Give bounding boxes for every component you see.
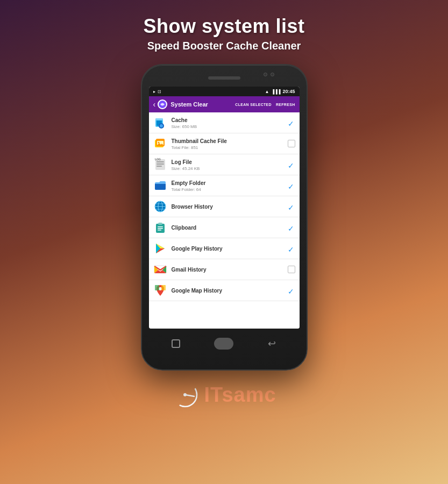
notification-icon: ▸ bbox=[153, 89, 155, 94]
refresh-button[interactable]: REFRESH bbox=[276, 103, 295, 106]
list-item[interactable]: Thumbnail Cache FileTotal File: 851 bbox=[149, 133, 300, 154]
list-item-name: Thumbnail Cache File bbox=[172, 138, 288, 145]
list-item[interactable]: Browser History✓ bbox=[149, 196, 300, 217]
list-item-text: Google Map History bbox=[172, 287, 288, 294]
app-icon bbox=[158, 99, 167, 109]
svg-point-6 bbox=[160, 124, 163, 127]
list-item-name: Gmail History bbox=[172, 266, 288, 273]
system-list: CacheSize: 650 MB✓ Thumbnail Cache FileT… bbox=[149, 112, 300, 329]
list-item-checkbox[interactable] bbox=[288, 140, 295, 147]
footer: ITsamc bbox=[172, 381, 276, 408]
icon-browser bbox=[153, 200, 167, 213]
list-item[interactable]: Empty FolderTotal Folder: 64✓ bbox=[149, 175, 300, 196]
list-item-detail: Size: 45.24 KB bbox=[172, 166, 288, 171]
list-item[interactable]: Google Play History✓ bbox=[149, 238, 300, 259]
list-item-name: Clipboard bbox=[172, 224, 288, 231]
action-bar: ‹ System Clear CLEAN SELECTED REFRESH bbox=[149, 96, 300, 112]
status-time: 20:45 bbox=[282, 89, 295, 94]
svg-text:LOG: LOG bbox=[155, 158, 161, 161]
list-item-detail: Size: 650 MB bbox=[172, 124, 288, 129]
svg-rect-29 bbox=[155, 285, 159, 290]
icon-googleplay bbox=[153, 241, 167, 255]
icon-log: LOG bbox=[153, 158, 167, 172]
svg-rect-26 bbox=[158, 230, 161, 231]
checkbox-unchecked-icon bbox=[288, 140, 295, 147]
screenshot-icon: ⊡ bbox=[158, 89, 161, 94]
list-item-checkbox[interactable]: ✓ bbox=[288, 161, 295, 168]
list-item-name: Google Play History bbox=[172, 245, 288, 252]
svg-point-33 bbox=[183, 393, 187, 396]
svg-rect-12 bbox=[157, 161, 164, 162]
list-item-name: Cache bbox=[172, 117, 288, 124]
list-item[interactable]: Google Map History✓ bbox=[149, 280, 300, 301]
checkbox-unchecked-icon bbox=[288, 266, 295, 273]
camera-dot-2 bbox=[271, 73, 274, 76]
phone-top bbox=[142, 65, 307, 87]
back-button[interactable]: ‹ bbox=[153, 100, 156, 109]
status-bar-right: ▲ ▐▐▐ 20:45 bbox=[265, 89, 295, 94]
svg-rect-23 bbox=[158, 223, 162, 225]
icon-cache bbox=[153, 116, 167, 130]
status-bar: ▸ ⊡ ▲ ▐▐▐ 20:45 bbox=[149, 87, 300, 96]
brand-rest: samc bbox=[222, 383, 276, 406]
list-item-checkbox[interactable]: ✓ bbox=[288, 182, 295, 189]
list-item-checkbox[interactable]: ✓ bbox=[288, 245, 295, 252]
list-item-checkbox[interactable]: ✓ bbox=[288, 203, 295, 210]
list-item-checkbox[interactable]: ✓ bbox=[288, 224, 295, 231]
icon-clipboard bbox=[153, 220, 167, 234]
action-bar-actions: CLEAN SELECTED REFRESH bbox=[235, 103, 295, 106]
list-item-text: CacheSize: 650 MB bbox=[172, 117, 288, 129]
page-header: Show system list Speed Booster Cache Cle… bbox=[143, 15, 304, 52]
svg-rect-30 bbox=[161, 285, 166, 290]
list-item-checkbox[interactable]: ✓ bbox=[288, 287, 295, 294]
recent-apps-button[interactable] bbox=[167, 338, 184, 350]
list-item[interactable]: Gmail History bbox=[149, 259, 300, 280]
list-item-detail: Total File: 851 bbox=[172, 145, 288, 150]
svg-rect-13 bbox=[157, 163, 164, 165]
list-item-text: Clipboard bbox=[172, 224, 288, 231]
list-item-text: Log FileSize: 45.24 KB bbox=[172, 159, 288, 171]
list-item-name: Log File bbox=[172, 159, 288, 166]
list-item-name: Google Map History bbox=[172, 287, 288, 294]
list-item-detail: Total Folder: 64 bbox=[172, 187, 288, 192]
svg-rect-14 bbox=[157, 166, 162, 167]
list-item-text: Gmail History bbox=[172, 266, 288, 273]
page-subtitle: Speed Booster Cache Cleaner bbox=[143, 40, 304, 52]
footer-logo bbox=[172, 381, 198, 408]
signal-icon: ▐▐▐ bbox=[271, 89, 280, 94]
home-button[interactable] bbox=[214, 338, 233, 350]
list-item-text: Browser History bbox=[172, 203, 288, 210]
camera-dot-1 bbox=[264, 73, 267, 76]
clean-selected-button[interactable]: CLEAN SELECTED bbox=[235, 103, 272, 106]
wifi-icon: ▲ bbox=[265, 89, 269, 94]
svg-rect-4 bbox=[155, 118, 163, 120]
icon-thumbnail bbox=[153, 137, 167, 151]
list-item[interactable]: LOG Log FileSize: 45.24 KB✓ bbox=[149, 154, 300, 175]
svg-rect-24 bbox=[158, 226, 163, 227]
list-item-text: Empty FolderTotal Folder: 64 bbox=[172, 180, 288, 192]
phone-speaker bbox=[208, 76, 240, 80]
back-nav-icon: ↩ bbox=[268, 338, 276, 350]
phone-device: ▸ ⊡ ▲ ▐▐▐ 20:45 ‹ System Clear C bbox=[141, 64, 308, 371]
page-title: Show system list bbox=[143, 15, 304, 38]
icon-googlemap bbox=[153, 283, 167, 297]
list-item[interactable]: CacheSize: 650 MB✓ bbox=[149, 112, 300, 133]
svg-rect-25 bbox=[158, 228, 163, 229]
back-nav-button[interactable]: ↩ bbox=[264, 338, 281, 350]
icon-folder bbox=[153, 179, 167, 193]
phone-screen: ▸ ⊡ ▲ ▐▐▐ 20:45 ‹ System Clear C bbox=[149, 87, 300, 329]
action-bar-title: System Clear bbox=[170, 101, 235, 108]
list-item-checkbox[interactable]: ✓ bbox=[288, 119, 295, 126]
icon-gmail bbox=[153, 262, 167, 276]
list-item-text: Thumbnail Cache FileTotal File: 851 bbox=[172, 138, 288, 150]
list-item-name: Browser History bbox=[172, 203, 288, 210]
brand-highlight: IT bbox=[204, 383, 222, 406]
phone-camera bbox=[264, 73, 274, 76]
list-item-checkbox[interactable] bbox=[288, 266, 295, 273]
brand-name: ITsamc bbox=[204, 383, 276, 407]
phone-bottom-nav: ↩ bbox=[142, 329, 307, 358]
list-item-name: Empty Folder bbox=[172, 180, 288, 187]
list-item-text: Google Play History bbox=[172, 245, 288, 252]
recent-apps-icon bbox=[172, 339, 180, 348]
list-item[interactable]: Clipboard✓ bbox=[149, 217, 300, 238]
